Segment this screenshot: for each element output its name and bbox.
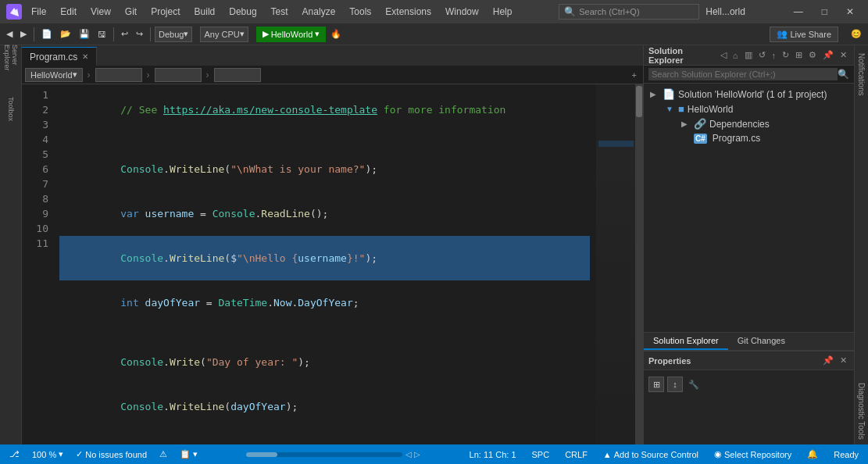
line-col-status[interactable]: Ln: 11 Ch: 1 [466,450,520,459]
program-cs-tab[interactable]: Program.cs ✕ [22,47,97,66]
debug-config-dropdown[interactable]: Debug ▾ [155,27,192,42]
title-search-placeholder[interactable]: Search (Ctrl+Q) [579,7,639,16]
check-icon: ✓ [76,449,83,459]
feedback-button[interactable]: 😊 [848,27,865,41]
maximize-button[interactable]: □ [814,5,835,19]
menu-window[interactable]: Window [439,5,485,19]
tab-close-icon[interactable]: ✕ [82,52,88,61]
new-file-button[interactable]: 📄 [38,27,55,41]
solution-explorer-tree: ▶ 📄 Solution 'HelloWorld' (1 of 1 projec… [644,84,854,332]
save-button[interactable]: 💾 [76,27,93,41]
se-search-input[interactable] [648,68,838,80]
breadcrumb-2[interactable] [95,68,142,82]
open-button[interactable]: 📂 [57,27,74,41]
forward-button[interactable]: ▶ [17,27,30,41]
se-settings-btn[interactable]: ⚙ [806,49,819,61]
code-line-10 [59,429,590,444]
select-repository[interactable]: ◉ Select Repository [711,449,795,459]
toolbox-icon[interactable]: Toolbox [2,100,20,119]
se-btn-1[interactable]: ◁ [718,49,729,61]
prop-close-btn[interactable]: ✕ [838,355,849,366]
run-button[interactable]: ▶ HelloWorld ▾ [256,27,327,42]
add-scroll-button[interactable]: + [629,69,640,81]
se-btn-5[interactable]: ↑ [770,49,779,61]
line-numbers: 1234 ⬤5 67891011 [22,84,53,444]
solution-icon: 📄 [663,88,675,100]
menu-git[interactable]: Git [119,5,143,19]
tree-project[interactable]: ▼ ■ HelloWorld [644,102,854,116]
solution-explorer-tab[interactable]: Solution Explorer [644,333,728,350]
back-button[interactable]: ◀ [3,27,16,41]
breadcrumb-label-1: HelloWorld [30,70,73,80]
se-btn-4[interactable]: ↺ [756,49,768,61]
se-btn-3[interactable]: ▥ [742,49,755,61]
editor-wrap: 1234 ⬤5 67891011 // See https://aka.ms/n… [22,84,643,444]
add-source-control[interactable]: ▲ Add to Source Control [600,450,702,459]
menu-build[interactable]: Build [188,5,222,19]
no-issues[interactable]: ✓ No issues found [73,449,150,459]
tree-programcs[interactable]: ▶ C# Program.cs [644,131,854,145]
menu-help[interactable]: Help [487,5,519,19]
zoom-level[interactable]: 100 % ▾ [29,449,66,459]
notification-bell[interactable]: 🔔 [804,449,821,459]
se-btn-6[interactable]: ↻ [780,49,791,61]
code-editor[interactable]: // See https://aka.ms/new-console-templa… [53,84,596,444]
code-line-3: Console.WriteLine("\nWhat is your name?"… [59,147,590,191]
fire-button[interactable]: 🔥 [327,27,345,41]
live-share-button[interactable]: 👥 Live Share [770,27,838,42]
prop-categorized-icon[interactable]: ⊞ [648,377,664,392]
warning-icon: ⚠ [159,449,167,459]
menu-project[interactable]: Project [145,5,186,19]
menu-edit[interactable]: Edit [54,5,83,19]
ready-status: Ready [830,450,862,459]
breadcrumb-helloworld[interactable]: HelloWorld ▾ [25,68,83,82]
redo-button[interactable]: ↪ [133,27,146,41]
breadcrumb-arrow-2: › [147,70,150,80]
tree-solution[interactable]: ▶ 📄 Solution 'HelloWorld' (1 of 1 projec… [644,87,854,102]
tree-dependencies[interactable]: ▶ 🔗 Dependencies [644,116,854,131]
menu-view[interactable]: View [84,5,117,19]
prop-alphabetical-icon[interactable]: ↕ [667,377,683,392]
menu-file[interactable]: File [25,5,52,19]
se-close-btn[interactable]: ✕ [838,49,849,61]
status-bar: ⎇ 100 % ▾ ✓ No issues found ⚠ 📋 ▾ ◁ ▷ Ln… [0,444,868,464]
git-status[interactable]: ⎇ [6,449,23,459]
menu-debug[interactable]: Debug [223,5,263,19]
cpu-config-dropdown[interactable]: Any CPU ▾ [200,27,248,42]
se-bottom-tabs: Solution Explorer Git Changes [644,332,854,351]
undo-button[interactable]: ↩ [118,27,131,41]
save-all-button[interactable]: 🖫 [95,28,109,41]
main-layout: Server Explorer Toolbox Program.cs ✕ Hel… [0,45,868,444]
breadcrumb-4[interactable] [214,68,261,82]
encoding-status[interactable]: SPC [529,450,553,459]
close-button[interactable]: ✕ [838,5,862,19]
git-changes-tab[interactable]: Git Changes [728,333,795,350]
code-line-5: Console.WriteLine($"\nHello {username}!"… [59,236,590,280]
prop-settings-icon[interactable]: 🔧 [686,377,702,392]
menu-tools[interactable]: Tools [343,5,377,19]
menu-test[interactable]: Test [265,5,295,19]
se-btn-2[interactable]: ⌂ [730,49,741,61]
line-ending-status[interactable]: CRLF [562,450,591,459]
notifications-tab[interactable]: Notifications [855,48,867,100]
properties-body: ⊞ ↕ 🔧 [644,370,854,444]
left-sidebar: Server Explorer Toolbox [0,45,22,444]
se-pin-btn[interactable]: 📌 [820,49,836,61]
solution-explorer-title: Solution Explorer [648,46,718,65]
menu-analyze[interactable]: Analyze [296,5,342,19]
minimize-button[interactable]: — [786,5,811,19]
toolbar-separator-3 [150,27,151,41]
diagnostic-tools-tab[interactable]: Diagnostic Tools [855,378,867,444]
vertical-scrollbar[interactable] [635,84,643,444]
scrollbar-thumb[interactable] [636,86,642,117]
se-btn-7[interactable]: ⊞ [793,49,805,61]
breadcrumb-3[interactable] [155,68,202,82]
prop-pin-btn[interactable]: 📌 [820,355,836,366]
task-status[interactable]: 📋 ▾ [177,449,201,459]
right-panel: Solution Explorer ◁ ⌂ ▥ ↺ ↑ ↻ ⊞ ⚙ 📌 ✕ 🔍 [643,45,854,444]
warnings[interactable]: ⚠ [156,449,170,459]
window-controls: — □ ✕ [786,5,862,19]
vs-logo [6,4,22,20]
menu-extensions[interactable]: Extensions [379,5,438,19]
server-explorer-icon[interactable]: Server Explorer [2,48,20,67]
